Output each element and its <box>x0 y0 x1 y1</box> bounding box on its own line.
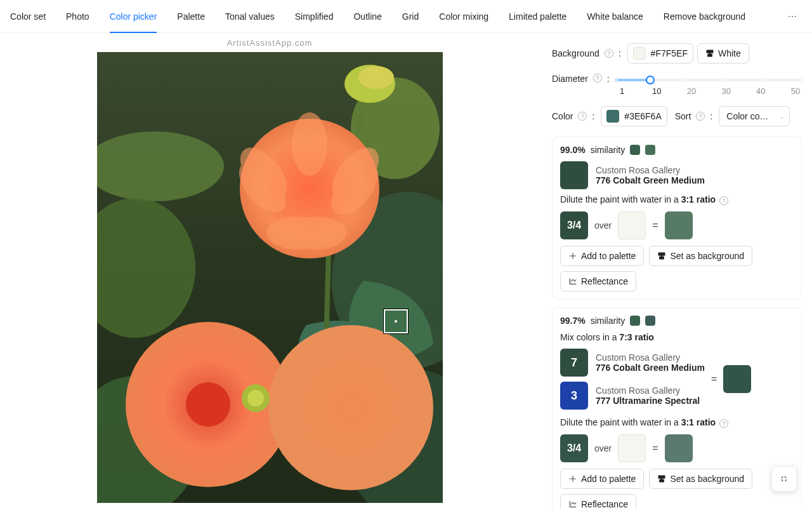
sort-label: Sort <box>675 111 691 121</box>
diameter-label: Diameter <box>552 74 588 84</box>
paint-brand: Custom Rosa Gallery <box>596 165 705 175</box>
tab-grid[interactable]: Grid <box>402 0 419 33</box>
compare-swatch <box>645 145 655 155</box>
slider-mark: 40 <box>754 86 767 96</box>
svg-point-18 <box>186 382 230 427</box>
compare-swatch <box>630 145 640 155</box>
picked-hex: #3E6F6A <box>624 111 661 121</box>
watermark: ArtistAssistApp.com <box>227 38 313 51</box>
color-label: Color <box>552 111 573 121</box>
mix-part-swatch: 3 <box>560 382 588 410</box>
background-row: Background ? : #F7F5EF White <box>552 43 802 64</box>
mix-part-swatch: 7 <box>560 349 588 377</box>
slider-mark: 10 <box>650 86 663 96</box>
svg-point-19 <box>268 325 433 490</box>
white-button[interactable]: White <box>697 43 749 64</box>
dilution-ratio-swatch: 3/4 <box>560 434 588 462</box>
help-icon[interactable]: ? <box>696 112 705 121</box>
compare-swatch <box>630 316 640 326</box>
slider-mark: 20 <box>685 86 698 96</box>
paint-brand: Custom Rosa Gallery <box>596 385 700 396</box>
svg-point-21 <box>247 390 264 406</box>
mix-result-swatch <box>665 434 693 462</box>
photo-canvas[interactable] <box>97 52 443 503</box>
fullscreen-exit-icon <box>779 474 789 484</box>
line-chart-icon <box>568 500 577 508</box>
color-picker-crosshair[interactable] <box>384 309 408 333</box>
similarity-pct: 99.7% <box>560 316 586 326</box>
format-painter-icon <box>657 251 666 260</box>
reflectance-button[interactable]: Reflectance <box>560 271 636 291</box>
diameter-row: Diameter ? : 1 10 20 30 <box>552 74 802 96</box>
paint-brand: Custom Rosa Gallery <box>596 352 705 363</box>
tab-photo[interactable]: Photo <box>66 0 89 33</box>
tab-white-balance[interactable]: White balance <box>587 0 643 33</box>
background-hex: #F7F5EF <box>651 48 688 58</box>
slider-handle[interactable] <box>646 76 655 84</box>
mix-bg-swatch <box>618 211 646 239</box>
mix-bg-swatch <box>618 434 646 462</box>
mix-result-swatch <box>665 211 693 239</box>
main-tabs: Color set Photo Color picker Palette Ton… <box>0 0 812 33</box>
fullscreen-exit-button[interactable] <box>771 466 797 491</box>
tab-color-picker[interactable]: Color picker <box>110 0 157 33</box>
svg-point-15 <box>285 217 346 250</box>
tab-simplified[interactable]: Simplified <box>295 0 334 33</box>
result-card: 99.0% similarity Custom Rosa Gallery 776… <box>552 137 802 300</box>
sort-select[interactable]: Color co… ⌄ <box>719 106 790 126</box>
picked-swatch <box>606 110 619 123</box>
paint-name: 776 Cobalt Green Medium <box>596 175 705 185</box>
help-icon[interactable]: ? <box>719 419 728 428</box>
tab-color-mixing[interactable]: Color mixing <box>439 0 488 33</box>
mix-text: Mix colors in a 7:3 ratio <box>560 332 794 342</box>
svg-point-10 <box>292 112 327 176</box>
background-swatch <box>633 47 646 60</box>
result-card: 99.7% similarity Mix colors in a 7:3 rat… <box>552 307 802 508</box>
compare-swatch <box>645 316 655 326</box>
chevron-down-icon: ⌄ <box>779 113 784 120</box>
slider-mark: 50 <box>789 86 802 96</box>
equals-label: = <box>652 443 658 454</box>
dilute-text: Dilute the paint with water in a 3:1 rat… <box>560 194 794 205</box>
picked-color-input[interactable]: #3E6F6A <box>601 106 667 126</box>
tab-limited-palette[interactable]: Limited palette <box>509 0 566 33</box>
over-label: over <box>594 220 612 231</box>
tabs-more-icon[interactable]: ⋯ <box>783 11 802 22</box>
side-panel: Background ? : #F7F5EF White Diameter ? … <box>539 33 812 508</box>
plus-icon <box>568 474 577 483</box>
line-chart-icon <box>568 277 577 286</box>
dilute-text: Dilute the paint with water in a 3:1 rat… <box>560 417 794 428</box>
paint-swatch <box>560 161 588 189</box>
similarity-label: similarity <box>591 316 625 326</box>
dilution-ratio-swatch: 3/4 <box>560 211 588 239</box>
tab-palette[interactable]: Palette <box>177 0 205 33</box>
set-background-button[interactable]: Set as background <box>649 246 752 266</box>
paint-name: 776 Cobalt Green Medium <box>596 363 705 373</box>
help-icon[interactable]: ? <box>593 74 602 83</box>
background-label: Background <box>552 48 599 58</box>
help-icon[interactable]: ? <box>719 196 728 205</box>
equals-label: = <box>711 373 717 385</box>
equals-label: = <box>652 220 658 231</box>
reflectance-button[interactable]: Reflectance <box>560 494 636 508</box>
set-background-button[interactable]: Set as background <box>649 469 752 489</box>
format-painter-icon <box>657 474 666 483</box>
background-color-input[interactable]: #F7F5EF <box>627 43 693 64</box>
tab-color-set[interactable]: Color set <box>10 0 46 33</box>
tab-tonal-values[interactable]: Tonal values <box>225 0 275 33</box>
help-icon[interactable]: ? <box>605 49 613 58</box>
plus-icon <box>568 251 577 260</box>
color-sort-row: Color ? : #3E6F6A Sort ? : Color co… ⌄ <box>552 106 802 126</box>
format-painter-icon <box>705 49 714 58</box>
svg-point-8 <box>358 66 394 89</box>
tab-remove-background[interactable]: Remove background <box>664 0 745 33</box>
paint-name: 777 Ultramarine Spectral <box>596 396 700 406</box>
tab-outline[interactable]: Outline <box>353 0 381 33</box>
similarity-label: similarity <box>591 145 625 155</box>
mix-result-swatch <box>723 365 751 393</box>
slider-mark: 30 <box>720 86 733 96</box>
add-to-palette-button[interactable]: Add to palette <box>560 246 644 266</box>
diameter-slider[interactable]: 1 10 20 30 40 50 <box>616 79 802 96</box>
help-icon[interactable]: ? <box>578 112 587 121</box>
add-to-palette-button[interactable]: Add to palette <box>560 469 644 489</box>
